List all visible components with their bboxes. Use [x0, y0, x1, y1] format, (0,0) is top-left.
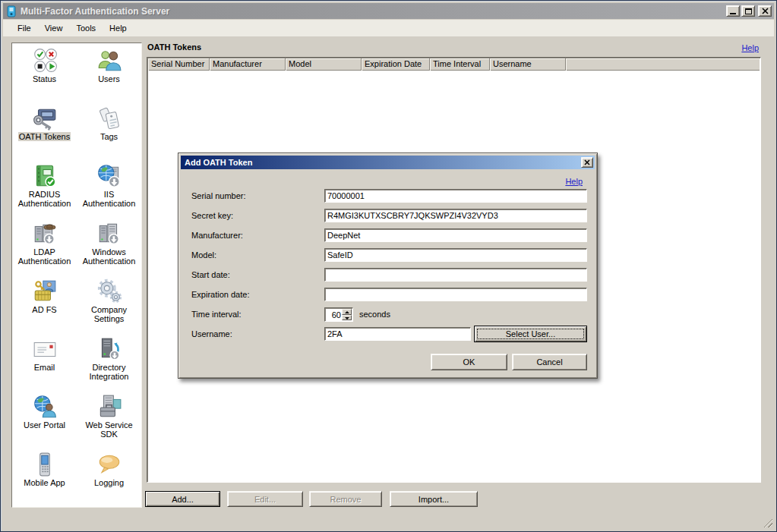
sidebar-item-label: Users — [97, 74, 121, 83]
dialog-help-link[interactable]: Help — [565, 177, 583, 186]
sidebar-item-company-settings[interactable]: Company Settings — [77, 275, 141, 332]
sidebar-item-label: Directory Integration — [77, 363, 141, 381]
radius-authentication-icon — [32, 163, 58, 189]
sidebar-item-windows-authentication[interactable]: Windows Authentication — [77, 217, 141, 275]
seconds-unit-label: seconds — [359, 310, 390, 319]
minimize-button[interactable] — [726, 5, 740, 17]
dialog-titlebar[interactable]: Add OATH Token — [181, 156, 595, 169]
mobile-app-icon — [32, 452, 58, 477]
oath-tokens-icon — [32, 105, 58, 131]
sidebar-item-label: Company Settings — [77, 305, 141, 323]
sidebar-item-label: Mobile App — [23, 478, 65, 487]
sidebar-item-label: Logging — [93, 478, 125, 487]
column-header-expiration-date[interactable]: Expiration Date — [362, 58, 430, 71]
secret-key-field[interactable] — [324, 209, 587, 222]
menu-view[interactable]: View — [38, 21, 70, 35]
sidebar-item-status[interactable]: Status — [12, 44, 77, 102]
sidebar-item-oath-tokens[interactable]: OATH Tokens — [12, 102, 77, 159]
windows-authentication-icon — [96, 221, 122, 247]
ad-fs-icon — [32, 279, 58, 304]
import-button[interactable]: Import... — [390, 491, 478, 507]
sidebar-item-directory-integration[interactable]: Directory Integration — [77, 332, 141, 390]
sidebar-item-logging[interactable]: Logging — [77, 448, 141, 505]
status-icon — [32, 48, 58, 74]
expiration-date-field[interactable] — [324, 288, 587, 301]
iis-authentication-icon — [96, 163, 122, 189]
close-icon — [762, 8, 769, 14]
sidebar-item-web-service-sdk[interactable]: Web Service SDK — [77, 390, 141, 448]
menu-help[interactable]: Help — [103, 21, 134, 35]
secret-key-label: Secret key: — [191, 211, 233, 220]
logging-icon — [96, 452, 122, 477]
maximize-button[interactable] — [741, 5, 755, 17]
minimize-icon — [730, 13, 736, 14]
spin-down-icon[interactable] — [342, 315, 352, 321]
cancel-button[interactable]: Cancel — [512, 354, 587, 370]
company-settings-icon — [96, 279, 122, 304]
window-titlebar[interactable]: Multi-Factor Authentication Server — [3, 3, 774, 19]
table-header-row: Serial Number Manufacturer Model Expirat… — [148, 58, 760, 71]
column-header-manufacturer[interactable]: Manufacturer — [210, 58, 286, 71]
close-icon — [584, 159, 590, 165]
dialog-close-button[interactable] — [581, 157, 593, 168]
model-field[interactable] — [324, 248, 587, 262]
select-user-button[interactable]: Select User... — [474, 326, 587, 342]
ok-button[interactable]: OK — [431, 354, 507, 370]
app-icon — [6, 5, 17, 17]
sidebar-item-mobile-app[interactable]: Mobile App — [12, 448, 77, 505]
resize-grip[interactable] — [763, 518, 772, 527]
model-label: Model: — [191, 250, 216, 260]
sidebar-item-label: Status — [32, 74, 57, 83]
manufacturer-label: Manufacturer: — [191, 231, 243, 240]
email-icon — [32, 336, 58, 362]
edit-button[interactable]: Edit... — [227, 491, 303, 507]
column-header-username[interactable]: Username — [490, 58, 566, 71]
column-header-model[interactable]: Model — [286, 58, 362, 71]
sidebar-item-tags[interactable]: Tags — [77, 102, 141, 159]
sidebar-item-ldap-authentication[interactable]: LDAP Authentication — [12, 217, 77, 275]
sidebar: Status Users — [11, 42, 142, 508]
start-date-label: Start date: — [191, 270, 230, 279]
sidebar-item-label: AD FS — [31, 305, 57, 314]
serial-number-field[interactable] — [324, 189, 587, 203]
sidebar-item-iis-authentication[interactable]: IIS Authentication — [77, 159, 141, 217]
sidebar-item-email[interactable]: Email — [12, 332, 77, 390]
sidebar-item-label: LDAP Authentication — [12, 247, 77, 266]
sidebar-item-label: RADIUS Authentication — [12, 190, 77, 208]
sidebar-item-users[interactable]: Users — [77, 44, 141, 102]
users-icon — [96, 48, 122, 74]
start-date-field[interactable] — [324, 268, 587, 282]
column-header-serial-number[interactable]: Serial Number — [148, 58, 210, 71]
main-help-link[interactable]: Help — [741, 43, 759, 52]
sidebar-item-radius-authentication[interactable]: RADIUS Authentication — [12, 159, 77, 217]
spin-up-icon[interactable] — [342, 309, 352, 315]
sidebar-item-ad-fs[interactable]: AD FS — [12, 275, 77, 332]
time-interval-label: Time interval: — [191, 310, 242, 319]
column-header-time-interval[interactable]: Time Interval — [430, 58, 490, 71]
sidebar-item-user-portal[interactable]: User Portal — [12, 390, 77, 448]
page-title: OATH Tokens — [147, 42, 201, 52]
manufacturer-field[interactable] — [324, 228, 587, 242]
menu-file[interactable]: File — [11, 21, 38, 35]
table-header-filler — [566, 58, 760, 71]
username-label: Username: — [191, 329, 232, 338]
menu-tools[interactable]: Tools — [69, 21, 103, 35]
add-button[interactable]: Add... — [145, 491, 220, 507]
add-oath-token-dialog: Add OATH Token Help Serial number: Secre… — [178, 153, 598, 379]
app-window: Multi-Factor Authentication Server File … — [0, 0, 777, 532]
remove-button[interactable]: Remove — [309, 491, 382, 507]
serial-number-label: Serial number: — [191, 191, 246, 200]
sidebar-item-label: User Portal — [23, 420, 66, 430]
time-interval-stepper — [324, 307, 353, 322]
sidebar-item-label: Tags — [99, 132, 118, 141]
user-portal-icon — [32, 394, 58, 420]
sidebar-item-label: Email — [33, 363, 56, 372]
menu-bar: File View Tools Help — [3, 20, 774, 36]
username-field[interactable] — [324, 327, 471, 341]
close-button[interactable] — [758, 5, 772, 17]
tags-icon — [96, 105, 122, 131]
sidebar-item-label: Windows Authentication — [77, 247, 141, 266]
dialog-title: Add OATH Token — [185, 158, 252, 167]
expiration-date-label: Expiration date: — [191, 290, 249, 299]
maximize-icon — [745, 8, 752, 14]
